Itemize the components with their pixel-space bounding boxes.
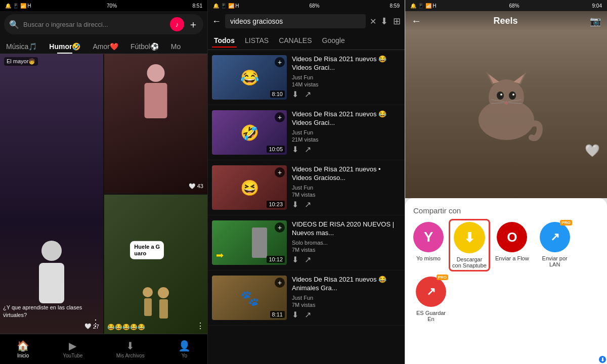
nav-inicio-label: Inicio [17,353,29,358]
yt-time: 8:59 [390,3,400,9]
reel-area: ← Reels 📷 🤍 [405,11,607,198]
cat-background [405,11,607,198]
share-sheet: Compartir con Y ⬇ Yo mismo ⬇ Descargar c… [405,198,607,364]
yt-plus-icon-1[interactable]: + [275,57,285,67]
yt-share-icon-5[interactable]: ↗ [305,310,311,320]
yt-thumb-2: 🤣 + 10:05 [212,110,287,155]
svg-point-9 [512,94,514,96]
yt-channel-3: Just Fun [292,185,401,191]
add-button[interactable]: ＋ [188,18,198,31]
yt-video-title-5: Videos De Risa 2021 nuevos 😂 Animales Gr… [292,276,401,293]
yt-search-row: ← ✕ ⬇ ⊞ [208,11,405,31]
yt-plus-icon-2[interactable]: + [275,112,285,122]
tiktok-search-bar[interactable]: 🔍 Buscar o ingresar la direcci... ♪ ＋ [4,14,203,34]
tab-futbol[interactable]: Fútbol⚽ [124,39,165,54]
share-apps-list: Y ⬇ Yo mismo ⬇ Descargar con Snaptube O … [413,222,599,322]
status-bar-1: 🔔 📱 📶 H 70% 8:51 [0,0,207,11]
yt-video-info-3: Videos De Risa 2021 nuevos • Videos Grac… [292,165,401,209]
video-caption-1: ¿Y que aprendiste en las clases virtuale… [3,304,100,318]
yt-result-2[interactable]: 🤣 + 10:05 Videos De Risa 2021 nuevos 😂 V… [208,105,405,160]
yt-tab-todos[interactable]: Todos [212,33,237,48]
yt-thumb-5: 🐾 + 8:11 [212,276,287,320]
yt-action-icons-1: ⬇ ↗ [292,89,401,99]
yt-save-icon-5[interactable]: ⬇ [292,310,298,320]
video-emojis: 😂😂😂😂😂 [107,324,145,331]
yt-duration-3: 10:23 [267,201,285,208]
nav-youtube-label: YouTube [63,353,82,358]
yt-result-3[interactable]: 😆 + 10:23 Videos De Risa 2021 nuevos • V… [208,160,405,215]
nav-youtube[interactable]: ▶ YouTube [63,340,82,358]
yt-channel-1: Just Fun [292,74,401,80]
snaptube-icon: ⬇ [454,222,485,253]
yt-tab-canales[interactable]: CANALES [277,33,314,48]
nav-archivos-label: Mis Archivos [116,353,145,358]
yt-save-icon-2[interactable]: ⬇ [292,145,298,154]
yt-save-icon-1[interactable]: ⬇ [292,89,298,99]
home-icon: 🏠 [17,340,29,352]
nav-yo[interactable]: 👤 Yo [178,340,191,358]
lan-icon: ↗ PRO [540,222,570,252]
yt-search-input[interactable] [225,14,366,28]
nav-inicio[interactable]: 🏠 Inicio [17,340,29,358]
more-dots-icon[interactable]: ⋮ [91,317,100,329]
share-app-opera[interactable]: O Enviar a Flow [495,222,529,261]
yt-share-icon-4[interactable]: ↗ [305,255,311,264]
yt-status-icons: 🔔 📱 📶 H [213,3,239,9]
yt-video-title-3: Videos De Risa 2021 nuevos • Videos Grac… [292,165,401,183]
ig-status-icons: 🔔 📱 📶 H [410,3,437,9]
video-cell-1[interactable]: El mayor🧒 ¿Y que aprendiste en las clase… [0,54,103,334]
youtube-panel: 🔔 📱 📶 H 68% 8:59 ← ✕ ⬇ ⊞ Todos LISTAS CA… [207,0,405,364]
more-dots-icon-2[interactable]: ⋮ [196,321,204,331]
video-cell-3[interactable]: Huele a Guaro 😂😂😂😂😂 ⋮ [104,195,207,334]
yt-views-2: 21M vistas [292,136,401,143]
instagram-panel: 🔔 📱 📶 H 68% 9:04 [405,0,607,364]
ig-battery: 68% [509,3,519,9]
svg-point-1 [489,79,524,115]
yt-result-1[interactable]: 😂 + 8:10 Videos De Risa 2021 nuevos 😂 Vi… [208,50,405,105]
yt-plus-icon-5[interactable]: + [275,278,285,288]
yt-back-button[interactable]: ← [212,16,221,27]
yt-share-icon-3[interactable]: ↗ [305,200,311,209]
yt-tab-google[interactable]: Google [320,33,347,48]
share-app-esguardar[interactable]: ↗ PRO ES Guardar En [413,277,449,322]
esguardar-label: ES Guardar En [413,310,449,322]
tab-musica[interactable]: Música🎵 [0,39,43,54]
nav-archivos[interactable]: ⬇ Mis Archivos [116,340,145,358]
svg-point-8 [500,94,502,96]
video-cell-2[interactable]: 🤍43 [104,54,207,194]
share-app-yo-mismo[interactable]: Y ⬇ Yo mismo [413,222,444,261]
opera-icon: O [497,222,527,252]
yt-result-5[interactable]: 🐾 + 8:11 Videos De Risa 2021 nuevos 😂 An… [208,270,405,326]
yt-share-icon-2[interactable]: ↗ [305,145,311,154]
yt-duration-5: 8:11 [270,311,285,318]
tab-humor[interactable]: Humor🤣 [43,39,86,54]
ig-time: 9:04 [592,3,602,9]
ig-top-bar: ← Reels 📷 [405,11,607,31]
yt-video-info-1: Videos De Risa 2021 nuevos 😂 Videos Grac… [292,55,401,99]
tiktok-logo[interactable]: ♪ [170,17,184,31]
yo-mismo-icon: Y ⬇ [413,222,444,252]
share-app-snaptube[interactable]: ⬇ Descargar con Snaptube [452,222,487,268]
yt-save-icon-4[interactable]: ⬇ [292,255,298,264]
yt-plus-icon-4[interactable]: + [275,222,285,233]
yt-plus-icon-3[interactable]: + [275,167,285,177]
ig-camera-icon[interactable]: 📷 [590,16,601,27]
yt-clear-icon[interactable]: ✕ [370,17,376,26]
yt-duration-4: 10:12 [267,256,285,263]
ig-back-button[interactable]: ← [411,15,421,27]
yt-duration-2: 10:05 [267,146,285,153]
yt-channel-4: Solo bromas... [292,240,401,246]
yt-result-4[interactable]: ➡ + 10:12 VIDEOS DE RISA 2020 NUEVOS | N… [208,215,405,270]
yt-filter-icon[interactable]: ⊞ [393,16,401,27]
yt-tab-listas[interactable]: LISTAS [243,33,271,48]
yt-share-icon-1[interactable]: ↗ [305,89,311,99]
yt-video-info-4: VIDEOS DE RISA 2020 NUEVOS | Nuevos mas.… [292,220,401,264]
share-app-lan[interactable]: ↗ PRO Enviar por LAN [537,222,573,267]
tab-amor[interactable]: Amor❤️ [86,39,124,54]
yt-save-icon-3[interactable]: ⬇ [292,200,298,209]
yt-views-5: 7M vistas [292,302,401,308]
yt-download-icon[interactable]: ⬇ [380,16,388,27]
tab-more[interactable]: Mo [165,39,187,54]
ig-reels-title: Reels [493,16,517,26]
ig-heart-icon[interactable]: 🤍 [585,144,600,158]
